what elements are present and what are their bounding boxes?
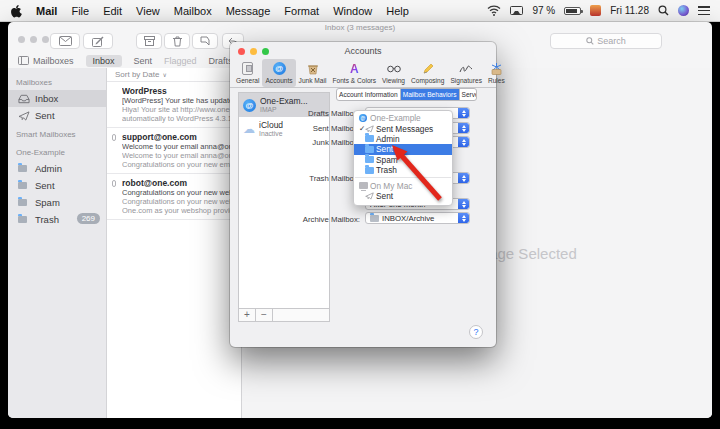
toolbar-accounts[interactable]: @ Accounts	[262, 59, 295, 87]
compose-icon	[92, 36, 104, 47]
paper-plane-icon	[365, 125, 374, 133]
favorite-sent[interactable]: Sent	[134, 56, 153, 66]
attachment-icon	[112, 180, 116, 187]
menu-edit[interactable]: Edit	[103, 5, 122, 17]
archive-mailbox-label: Archive Mailbox:	[250, 215, 360, 224]
attachment-icon	[112, 134, 116, 141]
folder-icon	[18, 216, 27, 223]
drafts-mailbox-label: Drafts Mailbox:	[250, 109, 360, 118]
message-subject: [WordPress] Your site has updated to W	[122, 96, 235, 105]
unread-badge: 269	[77, 213, 100, 224]
toolbar-viewing[interactable]: Viewing	[379, 59, 408, 87]
folder-icon	[365, 135, 374, 142]
paper-plane-icon	[365, 192, 374, 200]
account-tabs: Account Information Mailbox Behaviors Se…	[336, 88, 477, 101]
sidebar-item-sent-folder[interactable]: Sent	[8, 177, 106, 194]
tab-mailbox-behaviors[interactable]: Mailbox Behaviors	[401, 89, 460, 100]
sidebar-item-trash[interactable]: Trash 269	[8, 211, 106, 228]
paper-plane-icon	[18, 111, 30, 121]
toolbar-junk-mail[interactable]: Junk Mail	[296, 59, 330, 87]
battery-icon[interactable]	[564, 7, 581, 15]
battery-percent: 97 %	[532, 5, 555, 16]
sidebar-item-admin[interactable]: Admin	[8, 160, 106, 177]
accounts-icon: @	[273, 62, 286, 75]
menu-clock[interactable]: Fri 11.28	[610, 5, 649, 16]
archive-button[interactable]	[136, 33, 162, 49]
junk-mail-icon	[307, 63, 319, 75]
message-sender: robot@one.com	[122, 178, 235, 188]
siri-icon[interactable]	[678, 5, 689, 16]
menu-message[interactable]: Message	[226, 5, 271, 17]
toolbar-composing[interactable]: Composing	[408, 59, 447, 87]
toolbar-fonts-colors[interactable]: A Fonts & Colors	[329, 59, 379, 87]
favorite-flagged[interactable]: Flagged	[164, 56, 197, 66]
toolbar-rules[interactable]: Rules	[485, 59, 508, 87]
menu-item-sent-messages[interactable]: ✓ Sent Messages	[354, 123, 452, 133]
search-input[interactable]: Search	[550, 33, 662, 49]
message-preview: Congratulations on your new webshop!	[122, 197, 235, 206]
message-sender: WordPress	[122, 86, 235, 96]
favorite-inbox[interactable]: Inbox	[86, 55, 122, 67]
search-icon	[586, 37, 594, 45]
stepper-icon	[458, 123, 469, 133]
menu-mailbox[interactable]: Mailbox	[174, 5, 212, 17]
search-placeholder: Search	[597, 36, 626, 46]
menu-file[interactable]: File	[71, 5, 89, 17]
toolbar-signatures[interactable]: Signatures	[447, 59, 485, 87]
message-preview: Congratulations on your new email! This	[122, 160, 235, 169]
sidebar-label: Sent	[35, 110, 55, 121]
remove-account-button[interactable]: −	[256, 309, 273, 321]
sort-by-date-control[interactable]: Sort by Date ∨	[107, 68, 241, 82]
window-traffic-lights[interactable]	[18, 36, 49, 43]
menu-window[interactable]: Window	[333, 5, 372, 17]
viewing-icon	[387, 65, 401, 73]
computer-icon	[359, 182, 368, 189]
window-title: Inbox (3 messages)	[8, 23, 712, 32]
toggle-mailboxes-button[interactable]: Mailboxes	[18, 56, 74, 66]
signatures-icon	[459, 64, 473, 74]
help-button[interactable]: ?	[469, 325, 483, 339]
trash-icon	[173, 36, 182, 47]
message-preview: One.com as your webshop provider. Nev	[122, 206, 235, 215]
dialog-title: Accounts	[230, 46, 496, 56]
apple-icon[interactable]	[10, 4, 22, 18]
sidebar-item-sent[interactable]: Sent	[8, 107, 106, 124]
account-footer-filler	[273, 309, 329, 321]
get-mail-button[interactable]	[50, 33, 80, 49]
mailbox-sidebar: Mailboxes Inbox Sent Smart Mailboxes One…	[8, 68, 107, 418]
folder-icon	[370, 215, 379, 222]
add-account-button[interactable]: +	[239, 309, 256, 321]
folder-icon	[365, 156, 374, 163]
sidebar-item-inbox[interactable]: Inbox	[8, 90, 106, 107]
thumbs-down-icon	[200, 36, 211, 46]
toolbar-general[interactable]: General	[233, 59, 262, 87]
input-source-icon[interactable]	[590, 5, 601, 16]
compose-button[interactable]	[83, 33, 113, 49]
notification-center-icon[interactable]	[698, 6, 710, 15]
sidebar-label: Spam	[35, 197, 60, 208]
display-icon[interactable]	[510, 6, 523, 16]
sidebar-item-spam[interactable]: Spam	[8, 194, 106, 211]
archive-mailbox-popup[interactable]: INBOX/Archive	[365, 212, 470, 224]
message-preview: automatically to WordPress 4.3.11. For m	[122, 114, 235, 123]
junk-button[interactable]	[192, 33, 218, 49]
menu-header-account: @ One-Example	[354, 113, 452, 123]
menu-format[interactable]: Format	[284, 5, 319, 17]
tab-server-settings[interactable]: Server Settings	[460, 89, 477, 100]
menu-bar: Mail File Edit View Mailbox Message Form…	[0, 0, 720, 22]
message-list: Sort by Date ∨ WordPress [WordPress] You…	[107, 68, 242, 418]
wifi-icon[interactable]	[487, 5, 501, 16]
message-row[interactable]: WordPress [WordPress] Your site has upda…	[107, 82, 241, 128]
message-subject: Welcome to your email anna@one-exam	[122, 142, 235, 151]
menu-help[interactable]: Help	[386, 5, 409, 17]
message-row[interactable]: support@one.com Welcome to your email an…	[107, 128, 241, 174]
menu-mail[interactable]: Mail	[36, 5, 57, 17]
sidebar-label: Sent	[35, 180, 55, 191]
composing-icon	[422, 63, 434, 75]
sidebar-label: Trash	[35, 214, 59, 225]
tab-account-information[interactable]: Account Information	[337, 89, 401, 100]
delete-button[interactable]	[164, 33, 190, 49]
spotlight-icon[interactable]	[658, 5, 669, 16]
message-row[interactable]: robot@one.com Congratulations on your ne…	[107, 174, 241, 220]
menu-view[interactable]: View	[136, 5, 160, 17]
